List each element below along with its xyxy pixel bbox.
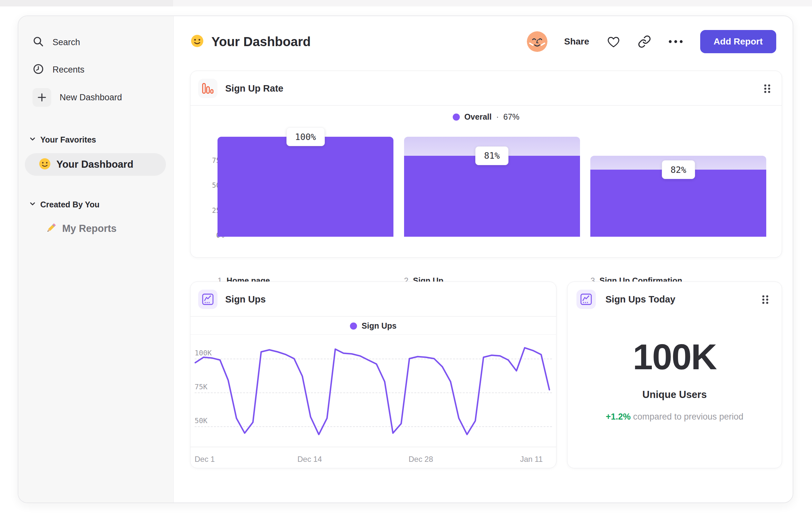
clock-icon [33,63,44,76]
funnel-bar-value-chip: 82% [662,160,695,179]
drag-handle-icon[interactable] [764,84,771,95]
funnel-bar-value-chip: 81% [475,146,509,165]
smiley-emoji-icon [38,157,51,171]
add-report-button[interactable]: Add Report [700,30,776,53]
funnel-plot: 75%50%25%0%100%1Home page81%2Sign Up82%3… [191,106,782,257]
sign-ups-today-card: Sign Ups Today 100K Unique Users +1.2% c… [567,281,782,468]
search-icon [33,36,44,49]
card-title: Sign Ups Today [605,282,675,317]
smiley-emoji-icon [190,34,204,49]
legend-dot-icon [350,323,357,330]
heart-icon[interactable] [606,35,621,48]
card-title: Sign Ups [225,282,266,317]
sidebar-item-my-reports[interactable]: My Reports [45,220,117,238]
chevron-down-icon [29,201,36,207]
sign-ups-line-series [191,356,557,466]
chevron-down-icon [29,137,36,142]
sidebar: Search Recents New Dashboard Your Favori… [18,16,174,503]
funnel-bar-container[interactable] [218,137,394,237]
metric-delta: +1.2% compared to previous period [568,412,782,422]
funnel-bar-fill [218,137,394,237]
y-axis-tick: 100K [195,349,212,357]
delta-note: compared to previous period [633,412,743,422]
app-window: Search Recents New Dashboard Your Favori… [18,16,793,503]
metric-label: Unique Users [568,389,782,401]
background-strip [0,0,812,6]
pencil-emoji-icon [45,222,57,236]
line-chart-icon [198,290,218,309]
funnel-bar-value-chip: 100% [286,127,325,146]
legend-label: Sign Ups [361,321,396,331]
avatar[interactable] [527,31,547,52]
line-plot: 100K75K50KDec 1Dec 14Dec 28Jan 11 [191,335,556,468]
header-actions: Share Add Report [527,29,776,54]
funnel-bar-fill [590,170,766,237]
sidebar-section-your-favorites[interactable]: Your Favorites [29,131,96,149]
line-legend: Sign Ups [191,317,556,335]
sidebar-item-search[interactable]: Search [33,33,80,51]
delta-percentage: +1.2% [606,412,631,422]
card-header: Sign Up Rate [191,71,782,106]
sidebar-item-label: Recents [53,65,84,75]
section-label: Your Favorites [40,135,96,144]
line-chart-icon [576,290,596,309]
sign-up-rate-card: Sign Up Rate Overall · 67% 75%50%25%0%10… [190,71,782,258]
sidebar-item-label: New Dashboard [60,92,122,103]
sidebar-item-label: Your Dashboard [56,159,134,170]
card-header: Sign Ups Today [568,282,782,317]
card-header: Sign Ups [191,282,556,317]
section-label: Created By You [40,200,99,209]
ellipsis-icon[interactable] [668,39,684,44]
sidebar-item-recents[interactable]: Recents [33,61,84,78]
sidebar-item-label: My Reports [62,223,117,235]
sidebar-section-created-by-you[interactable]: Created By You [29,195,99,214]
link-icon[interactable] [638,35,651,48]
metric-value: 100K [568,336,782,378]
share-button[interactable]: Share [564,36,589,47]
sidebar-item-your-dashboard[interactable]: Your Dashboard [25,153,166,176]
funnel-bar-fill [404,156,580,237]
sign-ups-card: Sign Ups Sign Ups 100K75K50KDec 1Dec 14D… [190,281,556,468]
card-title: Sign Up Rate [225,71,283,106]
page-title-group: Your Dashboard [190,32,311,52]
sidebar-item-label: Search [53,37,80,47]
drag-handle-icon[interactable] [762,295,769,306]
bar-chart-icon [198,79,218,98]
sidebar-item-new-dashboard[interactable]: New Dashboard [33,88,122,107]
page-title: Your Dashboard [211,34,311,49]
plus-icon [33,88,51,107]
